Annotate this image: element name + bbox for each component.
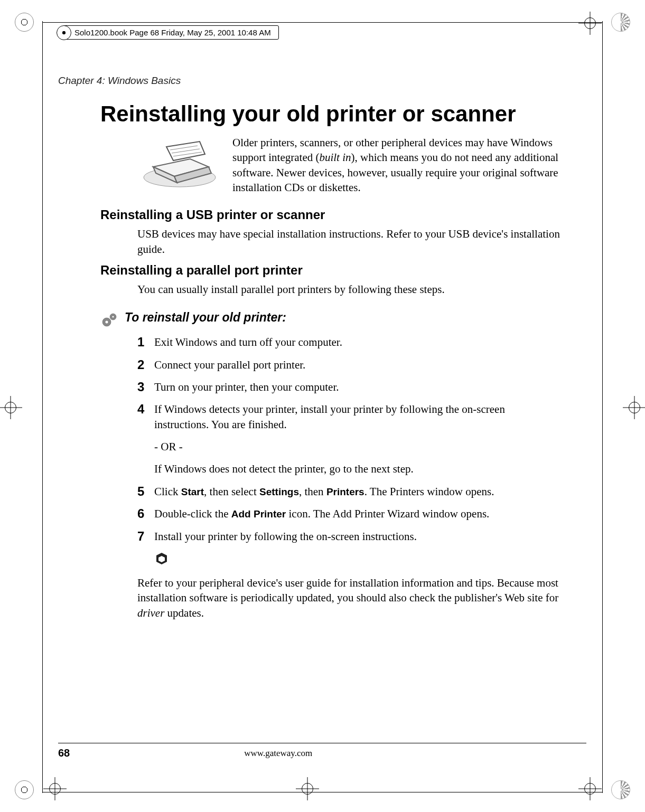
registration-wheel-icon [611, 780, 630, 799]
end-of-procedure-icon [154, 551, 586, 568]
section-body-parallel: You can usually install parallel port pr… [137, 282, 560, 297]
svg-point-7 [112, 316, 114, 318]
registration-cross-icon [623, 396, 645, 419]
step-number: 3 [137, 380, 149, 394]
step5-start: Start [181, 486, 204, 497]
book-header-tag: Solo1200.book Page 68 Friday, May 25, 20… [63, 25, 279, 40]
step-3: 3 Turn on your printer, then your comput… [137, 380, 560, 394]
registration-wheel-icon [611, 13, 630, 32]
page-footer: 68 www.gateway.com [58, 747, 586, 759]
step-text: Exit Windows and turn off your computer. [154, 335, 342, 350]
step6-a: Double-click the [154, 507, 231, 520]
footer-url: www.gateway.com [244, 748, 312, 759]
step-text: Install your printer by following the on… [154, 529, 417, 544]
step-6: 6 Double-click the Add Printer icon. The… [137, 506, 560, 521]
step-text: If Windows detects your printer, install… [154, 402, 560, 432]
closing-italic: driver [137, 607, 164, 619]
step5-settings: Settings [259, 486, 299, 497]
closing-post: updates. [164, 607, 204, 619]
page-number: 68 [58, 747, 70, 759]
step-number: 6 [137, 506, 149, 521]
step-4: 4 If Windows detects your printer, insta… [137, 402, 560, 432]
footer-rule [58, 743, 586, 743]
page-title: Reinstalling your old printer or scanner [100, 101, 586, 127]
step6-addprinter: Add Printer [231, 508, 286, 520]
procedure-heading-row: To reinstall your old printer: [100, 310, 586, 329]
scanner-printer-icon [137, 135, 222, 193]
procedure-title: To reinstall your old printer: [125, 310, 286, 325]
step-number: 4 [137, 402, 149, 417]
step-text: Turn on your printer, then your computer… [154, 380, 339, 394]
step-or: - OR - [154, 439, 560, 454]
step-1: 1 Exit Windows and turn off your compute… [137, 335, 560, 350]
section-body-usb: USB devices may have special installatio… [137, 226, 560, 257]
step5-a: Click [154, 485, 181, 498]
gears-icon [100, 310, 119, 329]
section-heading-usb: Reinstalling a USB printer or scanner [100, 207, 586, 222]
registration-cross-icon [296, 777, 319, 800]
step5-e: . The Printers window opens. [364, 485, 494, 498]
crop-line-right [602, 21, 603, 793]
step5-printers: Printers [326, 486, 364, 497]
step-4b: If Windows does not detect the printer, … [154, 461, 560, 476]
intro-row: Older printers, scanners, or other perip… [137, 135, 586, 195]
step-text: Connect your parallel port printer. [154, 357, 305, 372]
crop-line-bottom [42, 792, 602, 792]
step-7: 7 Install your printer by following the … [137, 529, 560, 544]
crop-line-left [42, 21, 43, 793]
step6-c: icon. The Add Printer Wizard window open… [286, 507, 489, 520]
registration-cross-icon [0, 396, 22, 419]
registration-circle-icon [15, 780, 34, 799]
step5-d: , then [299, 485, 326, 498]
intro-text: Older printers, scanners, or other perip… [232, 135, 565, 195]
page-content: Chapter 4: Windows Basics Reinstalling y… [58, 75, 586, 620]
closing-pre: Refer to your peripheral device's user g… [137, 577, 558, 604]
intro-text-italic: built in [319, 151, 351, 164]
svg-point-5 [105, 320, 108, 324]
step-list-continued: 5 Click Start, then select Settings, the… [137, 484, 560, 544]
registration-cross-icon [43, 777, 67, 800]
registration-circle-icon [15, 13, 34, 32]
step-text: Double-click the Add Printer icon. The A… [154, 506, 489, 521]
step-2: 2 Connect your parallel port printer. [137, 357, 560, 372]
step-number: 5 [137, 484, 149, 499]
step-5: 5 Click Start, then select Settings, the… [137, 484, 560, 499]
crop-line-top [42, 22, 602, 23]
step-list: 1 Exit Windows and turn off your compute… [137, 335, 560, 432]
step-text: Click Start, then select Settings, then … [154, 484, 494, 499]
step-number: 1 [137, 335, 149, 350]
registration-cross-icon [578, 12, 602, 35]
registration-cross-icon [578, 777, 602, 800]
step-number: 2 [137, 357, 149, 372]
step5-c: , then select [204, 485, 259, 498]
chapter-label: Chapter 4: Windows Basics [58, 75, 586, 87]
step-number: 7 [137, 529, 149, 544]
section-heading-parallel: Reinstalling a parallel port printer [100, 263, 586, 278]
closing-paragraph: Refer to your peripheral device's user g… [137, 575, 560, 620]
